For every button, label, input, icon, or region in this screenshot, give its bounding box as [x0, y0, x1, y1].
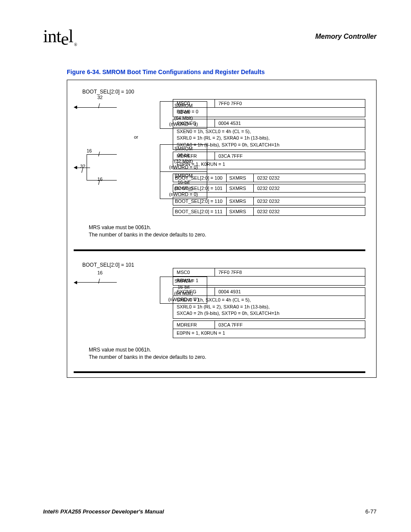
reg-detail-mdrefr: E0PIN = 1, K0RUN = 1 — [173, 329, 365, 338]
bus-width-32: 32 — [97, 95, 103, 100]
slash-icon: / — [98, 103, 100, 109]
boot-val: 0232 0232 — [254, 208, 365, 215]
or-label: or — [134, 134, 138, 140]
smrom-box-16bit-upper: SMROM 16-bit (32 Mbit) (nWORD = 0) — [160, 144, 207, 171]
reg-value: 7FF0 7FF0 — [215, 100, 365, 107]
reg-value: 7FF0 7FF8 — [215, 268, 365, 276]
config-block-101: BOOT_SEL[2:0] = 101 16 SMROM 16-bit (64 … — [74, 258, 365, 373]
smrom-box-32bit: SMROM 32-bit (64 Mbit) (nWORD = 1) — [160, 101, 207, 128]
boot-val: 0232 0232 — [254, 184, 365, 192]
reg-label: MDREFR — [173, 321, 215, 329]
note-line: The number of banks in the device defaul… — [89, 354, 365, 361]
note-block-101: MRS value must be 0061h. The number of b… — [89, 346, 365, 361]
smrom-line: (64 Mbit) — [162, 115, 205, 121]
smrom-line: 16-bit — [162, 179, 205, 185]
smrom-line: 16-bit — [162, 152, 205, 158]
smrom-line: 32-bit — [162, 109, 205, 115]
config-100-layout: 32 SMROM 32-bit (64 Mbit) (nWORD = 1) / … — [74, 99, 365, 218]
reg-value: 03CA 7FFF — [215, 321, 365, 329]
bus-width-16: 16 — [97, 270, 103, 275]
bootsel-heading-100: BOOT_SEL[2:0] = 100 — [82, 89, 365, 95]
slash-icon: / — [98, 278, 100, 285]
h-line — [77, 107, 117, 108]
page-number: 6-77 — [365, 508, 377, 515]
smrom-box-16bit-lower: SMROM 16-bit (32 Mbit) (nWORD = 0) — [160, 171, 207, 199]
figure-box: BOOT_SEL[2:0] = 100 32 SMROM 32-bit (64 … — [67, 80, 377, 378]
logo-text: intel — [43, 26, 73, 49]
note-line: MRS value must be 0061h. — [89, 224, 365, 231]
bootsel-heading-101: BOOT_SEL[2:0] = 101 — [82, 262, 365, 268]
arrow-head-icon — [74, 106, 77, 109]
diagram-101: 16 SMROM 16-bit (64 Mbit) (nWORD = '0') … — [74, 277, 168, 302]
footer-title: Intel® PXA255 Processor Developer's Manu… — [43, 508, 164, 515]
bus-width-16: 16 — [87, 148, 92, 153]
smrom-line: SMROM — [162, 173, 205, 179]
smrom-line: 16-bit — [162, 284, 205, 290]
note-block-100: MRS value must be 0061h. The number of b… — [89, 224, 365, 239]
reg-value: 0004 4931 — [215, 288, 365, 296]
arrow-line — [74, 281, 117, 284]
smrom-line: (nWORD = 0) — [162, 164, 205, 170]
detail-line: SXRL0 = 1h (RL = 2), SXRA0 = 1h (13-bits… — [177, 304, 361, 310]
h-line — [87, 154, 117, 155]
intel-logo: intel® — [43, 26, 77, 47]
reg-row-msc0: MSC0 7FF0 7FF8 — [173, 268, 365, 277]
smrom-box-16bit: SMROM 16-bit (64 Mbit) (nWORD = '0') — [160, 277, 207, 304]
boot-reg: SXMRS — [227, 197, 254, 205]
smrom-line: SMROM — [162, 278, 205, 284]
page-footer: Intel® PXA255 Processor Developer's Manu… — [43, 508, 377, 515]
h-line — [87, 180, 117, 180]
config-101-layout: 16 SMROM 16-bit (64 Mbit) (nWORD = '0') … — [74, 277, 365, 340]
reg-row-mdrefr: MDREFR 03CA 7FFF — [173, 320, 365, 329]
note-line: MRS value must be 0061h. — [89, 346, 365, 354]
smrom-line: (32 Mbit) — [162, 185, 205, 191]
smrom-line: (nWORD = 0) — [162, 191, 205, 197]
boot-reg: SXMRS — [227, 208, 254, 215]
reg-value: 03CA 7FFF — [215, 152, 365, 160]
figure-caption: Figure 6-34. SMROM Boot Time Configurati… — [67, 68, 377, 75]
v-line — [87, 154, 87, 180]
reg-value: 0004 4531 — [215, 119, 365, 127]
arrow-line — [74, 106, 117, 109]
detail-line: SXCA0 = 2h (9-bits), SXTP0 = 0h, SXLATCH… — [177, 310, 361, 317]
detail-line: SXEN0 = 1h, SXCL0 = 4h (CL = 5), — [177, 128, 361, 135]
boot-val: 0232 0232 — [254, 174, 365, 182]
note-line: The number of banks in the device defaul… — [89, 231, 365, 239]
smrom-line: (nWORD = 1) — [162, 121, 205, 127]
boot-val: 0232 0232 — [254, 197, 365, 205]
arrow-head-icon — [74, 166, 77, 169]
boot-reg: SXMRS — [227, 184, 254, 192]
page-header: intel® Memory Controller — [43, 26, 377, 47]
diagram-100: 32 SMROM 32-bit (64 Mbit) (nWORD = 1) / … — [74, 99, 168, 202]
detail-line: SXRL0 = 1h (RL = 2), SXRA0 = 1h (13-bits… — [177, 135, 361, 141]
h-line — [77, 168, 90, 168]
arrow-head-icon — [74, 281, 77, 284]
slash-icon: / — [81, 167, 83, 174]
smrom-line: (32 Mbit) — [162, 158, 205, 164]
reg-label: MSC0 — [173, 268, 215, 276]
h-line — [77, 282, 117, 283]
boot-row: BOOT_SEL[2:0] = 111 SXMRS 0232 0232 — [173, 207, 365, 216]
page: intel® Memory Controller Figure 6-34. SM… — [0, 0, 411, 532]
smrom-line: (nWORD = '0') — [162, 296, 205, 302]
boot-sel-label: BOOT_SEL[2:0] = 111 — [173, 208, 227, 215]
config-block-100: BOOT_SEL[2:0] = 100 32 SMROM 32-bit (64 … — [74, 84, 365, 251]
arrow-line — [74, 166, 117, 169]
smrom-line: SMROM — [162, 146, 205, 152]
registered-mark: ® — [74, 42, 77, 47]
section-title: Memory Controller — [315, 33, 377, 40]
smrom-line: SMROM — [162, 103, 205, 109]
smrom-line: (64 Mbit) — [162, 290, 205, 296]
boot-reg: SXMRS — [227, 174, 254, 182]
